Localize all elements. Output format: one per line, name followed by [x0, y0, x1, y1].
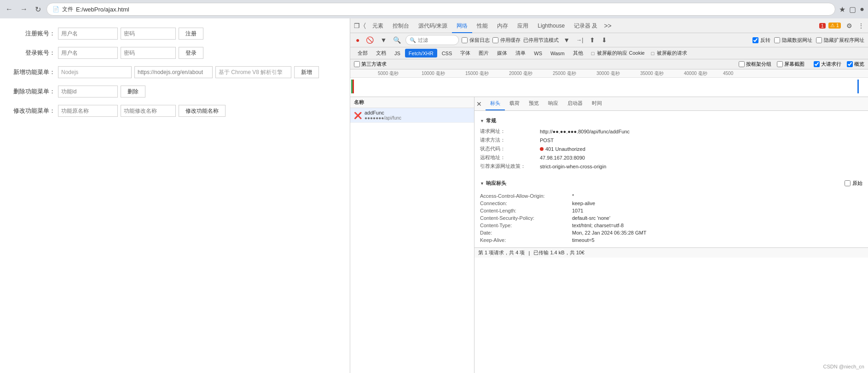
referrer-policy-value: strict-origin-when-cross-origin	[540, 163, 862, 170]
resp-date: Date: Mon, 22 Jan 2024 06:35:28 GMT	[480, 229, 862, 236]
filter-manifest[interactable]: 清单	[512, 49, 529, 57]
device-mode-icon[interactable]: 〈	[362, 21, 368, 30]
extensions-button[interactable]: ▢	[849, 5, 856, 14]
delete-menu-row: 删除功能菜单： 删除	[9, 86, 341, 98]
select-element-icon[interactable]: ❐	[352, 21, 362, 30]
filter-doc[interactable]: 文档	[372, 49, 390, 57]
screenshot-label: 屏幕截图	[784, 61, 804, 68]
add-menu-name-input[interactable]	[58, 66, 132, 78]
tab-network[interactable]: 网络	[452, 18, 472, 33]
online-icon[interactable]: →|	[574, 36, 585, 44]
export-button[interactable]: ⬇	[600, 35, 609, 45]
filter-ws[interactable]: WS	[530, 49, 546, 57]
throttle-dropdown-button[interactable]: ▼	[561, 35, 572, 45]
tab-lighthouse[interactable]: Lighthouse	[533, 18, 569, 33]
network-toolbar: ● 🚫 ▼ 🔍 🔍 保留日志 停用缓存 已停用节流模式 ▼ →| ⬆ ⬇	[350, 33, 868, 47]
filter-fetch-xhr[interactable]: Fetch/XHR	[405, 49, 437, 57]
url-display[interactable]: E:/webPro/ajax.html	[76, 6, 829, 13]
devtools-tab-bar: ❐ 〈 元素 控制台 源代码/来源 网络 性能 内存 应用 Lighthouse…	[350, 18, 868, 33]
filter-other[interactable]: 其他	[569, 49, 587, 57]
screenshot-checkbox[interactable]	[777, 61, 783, 67]
register-username-input[interactable]	[58, 28, 118, 40]
tab-elements[interactable]: 元素	[368, 18, 388, 33]
ruler-10000: 10000 毫秒	[422, 70, 445, 77]
tab-initiator[interactable]: 启动器	[563, 97, 587, 110]
tab-timing[interactable]: 时间	[587, 97, 607, 110]
login-button[interactable]: 登录	[179, 47, 203, 59]
hide-extension-urls-checkbox[interactable]	[816, 37, 822, 43]
add-menu-button[interactable]: 新增	[294, 66, 319, 78]
filter-font[interactable]: 字体	[457, 49, 474, 57]
overview-checkbox[interactable]	[847, 61, 853, 67]
login-password-input[interactable]	[121, 47, 176, 59]
tab-console[interactable]: 控制台	[388, 18, 414, 33]
bookmark-button[interactable]: ★	[839, 5, 845, 14]
tab-performance[interactable]: 性能	[472, 18, 492, 33]
filter-js[interactable]: JS	[391, 49, 404, 57]
browser-toolbar: ← → ↻ 📄 文件 E:/webPro/ajax.html ★ ▢ ●	[0, 0, 868, 18]
tab-application[interactable]: 应用	[513, 18, 533, 33]
modify-menu-oldname-input[interactable]	[58, 105, 118, 117]
add-menu-row: 新增功能菜单： 新增	[9, 66, 341, 78]
import-button[interactable]: ⬆	[588, 35, 597, 45]
throttle-label: 已停用节流模式	[523, 37, 559, 44]
refresh-button[interactable]: ↻	[33, 4, 43, 15]
filter-wasm[interactable]: Wasm	[547, 49, 568, 57]
ruler-40000: 40000 毫秒	[684, 70, 707, 77]
resp-label-content-length: Content-Length:	[480, 208, 572, 213]
status-requests: 第 1 项请求，共 4 项	[478, 249, 525, 256]
register-button[interactable]: 注册	[179, 28, 203, 40]
large-request-label: 大请求行	[821, 61, 841, 68]
large-request-checkbox[interactable]	[814, 61, 820, 67]
status-transferred: 已传输 1.4 kB，共 10€	[533, 249, 584, 256]
preserve-log-checkbox[interactable]	[462, 37, 468, 43]
delete-menu-button[interactable]: 删除	[121, 86, 145, 98]
add-menu-desc-input[interactable]	[215, 66, 291, 78]
resp-label-date: Date:	[480, 230, 572, 235]
tab-headers[interactable]: 标头	[486, 97, 505, 110]
tab-preview[interactable]: 预览	[524, 97, 544, 110]
delete-menu-id-input[interactable]	[58, 86, 118, 98]
profile-button[interactable]: ●	[860, 5, 864, 13]
tab-payload[interactable]: 载荷	[505, 97, 524, 110]
tab-sources[interactable]: 源代码/来源	[414, 18, 452, 33]
modify-menu-button[interactable]: 修改功能名称	[179, 105, 226, 117]
forward-button[interactable]: →	[18, 4, 29, 14]
modify-menu-label: 修改功能菜单：	[9, 107, 55, 115]
filter-media[interactable]: 媒体	[493, 49, 511, 57]
filter-img[interactable]: 图片	[475, 49, 492, 57]
settings-button[interactable]: ⚙	[845, 21, 854, 30]
invert-checkbox[interactable]	[752, 37, 758, 43]
devtools-panel: ❐ 〈 元素 控制台 源代码/来源 网络 性能 内存 应用 Lighthouse…	[350, 18, 868, 373]
register-password-input[interactable]	[121, 28, 176, 40]
login-username-input[interactable]	[58, 47, 118, 59]
details-panel: ✕ 标头 载荷 预览 响应 启动器 时间 常规 请求网址： http://●●.…	[475, 97, 868, 373]
modify-menu-newname-input[interactable]	[121, 105, 176, 117]
group-by-frame-checkbox[interactable]	[739, 61, 745, 67]
search-button[interactable]: 🔍	[391, 35, 403, 45]
overview-label: 概览	[854, 61, 864, 68]
close-details-button[interactable]: ✕	[475, 98, 484, 109]
disable-cache-checkbox[interactable]	[492, 37, 498, 43]
tab-memory[interactable]: 内存	[492, 18, 513, 33]
original-checkbox[interactable]	[845, 180, 851, 186]
preserve-log-label: 保留日志	[469, 37, 490, 44]
record-button[interactable]: ●	[354, 35, 361, 45]
third-party-checkbox[interactable]	[354, 61, 360, 67]
request-name: addFunc	[365, 110, 401, 115]
filter-input[interactable]	[418, 37, 455, 43]
add-menu-url-input[interactable]	[134, 66, 213, 78]
tab-recorder[interactable]: 记录器 及	[569, 18, 602, 33]
ruler-35000: 35000 毫秒	[640, 70, 664, 77]
filter-all[interactable]: 全部	[354, 49, 371, 57]
timeline-bar-blue	[857, 80, 859, 93]
clear-button[interactable]: 🚫	[364, 35, 376, 45]
hide-data-urls-checkbox[interactable]	[774, 37, 780, 43]
table-row[interactable]: ❌ addFunc ●●●●●●●/api/func	[350, 108, 474, 123]
filter-css[interactable]: CSS	[438, 49, 456, 57]
filter-dropdown-button[interactable]: ▼	[378, 35, 388, 45]
tab-response[interactable]: 响应	[544, 97, 563, 110]
more-options-button[interactable]: ⋮	[856, 21, 866, 30]
back-button[interactable]: ←	[4, 4, 15, 14]
more-tabs-button[interactable]: >>	[602, 21, 613, 30]
